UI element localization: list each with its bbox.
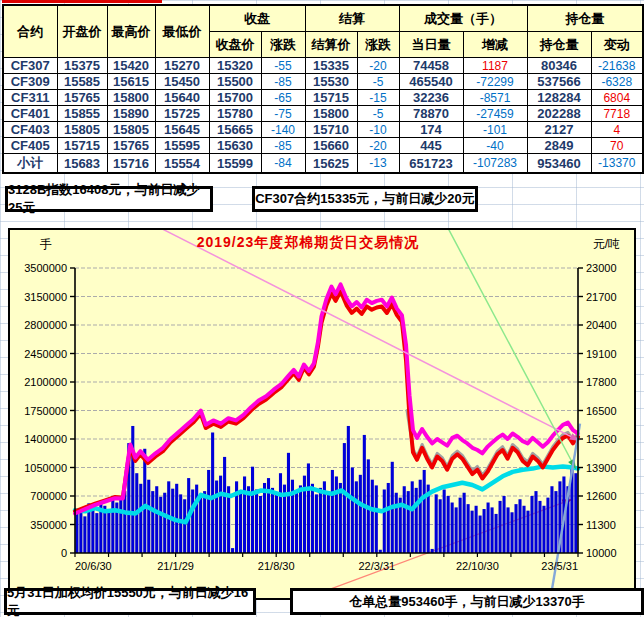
value-cell[interactable]: 15765 xyxy=(57,90,107,106)
value-cell[interactable]: 202288 xyxy=(527,106,591,122)
volume-bar xyxy=(295,490,298,553)
volume-bar xyxy=(518,499,521,553)
volume-bar xyxy=(347,426,350,553)
value-cell[interactable]: 15683 xyxy=(57,154,107,174)
value-cell[interactable]: 32236 xyxy=(399,90,463,106)
value-cell[interactable]: 15599 xyxy=(209,154,261,174)
value-cell[interactable]: -20 xyxy=(357,138,399,154)
value-cell[interactable]: -85 xyxy=(261,138,305,154)
value-cell[interactable]: 15716 xyxy=(107,154,155,174)
right-tick-label: 19100 xyxy=(586,348,617,360)
x-tick-label: 21/8/30 xyxy=(258,560,295,572)
value-cell[interactable]: -8571 xyxy=(463,90,527,106)
value-cell[interactable]: 7718 xyxy=(591,106,643,122)
value-cell[interactable]: 465540 xyxy=(399,74,463,90)
value-cell[interactable]: 15700 xyxy=(209,90,261,106)
contract-cell[interactable]: CF403 xyxy=(3,122,57,138)
chart-plot: 0350000700000105000014000001750000210000… xyxy=(10,230,636,600)
value-cell[interactable]: 15585 xyxy=(57,74,107,90)
value-cell[interactable]: 15765 xyxy=(107,138,155,154)
value-cell[interactable]: 15710 xyxy=(305,122,357,138)
value-cell[interactable]: -5 xyxy=(357,106,399,122)
value-cell[interactable]: 15375 xyxy=(57,58,107,74)
value-cell[interactable]: 15500 xyxy=(209,74,261,90)
value-cell[interactable]: 4 xyxy=(591,122,643,138)
volume-bar xyxy=(271,488,274,553)
value-cell[interactable]: 15450 xyxy=(155,74,209,90)
column-header: 成交量（手） xyxy=(399,5,527,32)
left-tick-label: 3150000 xyxy=(24,291,67,303)
value-cell[interactable]: 15715 xyxy=(305,90,357,106)
value-cell[interactable]: -140 xyxy=(261,122,305,138)
value-cell[interactable]: -84 xyxy=(261,154,305,174)
value-cell[interactable]: -27459 xyxy=(463,106,527,122)
value-cell[interactable]: 174 xyxy=(399,122,463,138)
value-cell[interactable]: -21638 xyxy=(591,58,643,74)
value-cell[interactable]: 15554 xyxy=(155,154,209,174)
value-cell[interactable]: 74458 xyxy=(399,58,463,74)
value-cell[interactable]: -55 xyxy=(261,58,305,74)
contract-cell[interactable]: 小计 xyxy=(3,154,57,174)
value-cell[interactable]: -13 xyxy=(357,154,399,174)
contract-cell[interactable]: CF401 xyxy=(3,106,57,122)
value-cell[interactable]: 15420 xyxy=(107,58,155,74)
value-cell[interactable]: 15805 xyxy=(57,122,107,138)
volume-bar xyxy=(514,504,517,553)
contract-cell[interactable]: CF307 xyxy=(3,58,57,74)
value-cell[interactable]: -65 xyxy=(261,90,305,106)
value-cell[interactable]: 15805 xyxy=(107,122,155,138)
value-cell[interactable]: 15855 xyxy=(57,106,107,122)
value-cell[interactable]: 15715 xyxy=(57,138,107,154)
x-tick-label: 22/3/31 xyxy=(358,560,395,572)
value-cell[interactable]: 651723 xyxy=(399,154,463,174)
value-cell[interactable]: -20 xyxy=(357,58,399,74)
left-axis-unit-label: 手 xyxy=(40,236,52,253)
value-cell[interactable]: 445 xyxy=(399,138,463,154)
contract-cell[interactable]: CF309 xyxy=(3,74,57,90)
value-cell[interactable]: 15320 xyxy=(209,58,261,74)
value-cell[interactable]: -72299 xyxy=(463,74,527,90)
value-cell[interactable]: -5 xyxy=(357,74,399,90)
value-cell[interactable]: 15800 xyxy=(305,106,357,122)
value-cell[interactable]: -10 xyxy=(357,122,399,138)
value-cell[interactable]: 15640 xyxy=(155,90,209,106)
value-cell[interactable]: 78870 xyxy=(399,106,463,122)
value-cell[interactable]: 1187 xyxy=(463,58,527,74)
volume-bar xyxy=(423,470,426,553)
contract-cell[interactable]: CF405 xyxy=(3,138,57,154)
value-cell[interactable]: 15335 xyxy=(305,58,357,74)
value-cell[interactable]: -40 xyxy=(463,138,527,154)
value-cell[interactable]: -101 xyxy=(463,122,527,138)
value-cell[interactable]: 15645 xyxy=(155,122,209,138)
value-cell[interactable]: -6328 xyxy=(591,74,643,90)
value-cell[interactable]: 537566 xyxy=(527,74,591,90)
value-cell[interactable]: 15615 xyxy=(107,74,155,90)
value-cell[interactable]: -85 xyxy=(261,74,305,90)
value-cell[interactable]: 15270 xyxy=(155,58,209,74)
value-cell[interactable]: 15780 xyxy=(209,106,261,122)
value-cell[interactable]: 2127 xyxy=(527,122,591,138)
value-cell[interactable]: 15530 xyxy=(305,74,357,90)
value-cell[interactable]: 15890 xyxy=(107,106,155,122)
value-cell[interactable]: 953460 xyxy=(527,154,591,174)
value-cell[interactable]: 15800 xyxy=(107,90,155,106)
value-cell[interactable]: 15625 xyxy=(305,154,357,174)
value-cell[interactable]: 128284 xyxy=(527,90,591,106)
value-cell[interactable]: 15725 xyxy=(155,106,209,122)
left-tick-label: 1050000 xyxy=(24,462,67,474)
value-cell[interactable]: 2849 xyxy=(527,138,591,154)
value-cell[interactable]: 15660 xyxy=(305,138,357,154)
value-cell[interactable]: -107283 xyxy=(463,154,527,174)
value-cell[interactable]: -15 xyxy=(357,90,399,106)
value-cell[interactable]: 70 xyxy=(591,138,643,154)
value-cell[interactable]: 15595 xyxy=(155,138,209,154)
value-cell[interactable]: -13370 xyxy=(591,154,643,174)
value-cell[interactable]: 80346 xyxy=(527,58,591,74)
value-cell[interactable]: -75 xyxy=(261,106,305,122)
contract-cell[interactable]: CF311 xyxy=(3,90,57,106)
value-cell[interactable]: 15665 xyxy=(209,122,261,138)
volume-bar xyxy=(319,488,322,553)
value-cell[interactable]: 6804 xyxy=(591,90,643,106)
value-cell[interactable]: 15630 xyxy=(209,138,261,154)
volume-bar xyxy=(123,491,126,553)
